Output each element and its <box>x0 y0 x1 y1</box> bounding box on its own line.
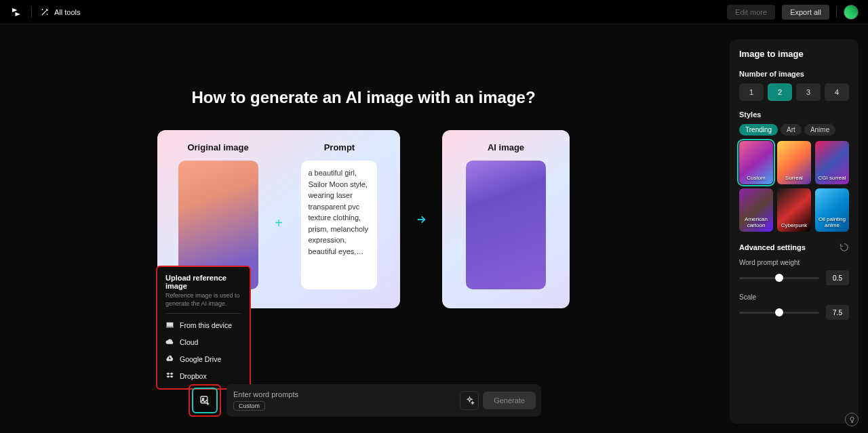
style-chip[interactable]: Custom <box>233 401 265 411</box>
export-all-button[interactable]: Export all <box>782 5 829 20</box>
ai-image-label: AI image <box>488 142 524 152</box>
style-tabs: Trending Art Anime <box>739 124 849 136</box>
upload-from-gdrive[interactable]: Google Drive <box>165 350 241 367</box>
upload-reference-popup: Upload reference image Reference image i… <box>156 266 251 390</box>
num-option-2[interactable]: 2 <box>768 83 792 101</box>
upload-item-label: Cloud <box>180 338 198 346</box>
style-tab-trending[interactable]: Trending <box>739 124 778 136</box>
style-tile-american[interactable]: American cartoon <box>739 188 773 232</box>
arrow-right-icon <box>414 213 429 226</box>
slider-thumb[interactable] <box>775 308 783 316</box>
output-card: AI image <box>442 130 570 308</box>
upload-from-cloud[interactable]: Cloud <box>165 333 241 350</box>
upload-image-highlight <box>189 384 221 417</box>
scale-value: 7.5 <box>826 305 849 320</box>
upload-popup-title: Upload reference image <box>165 274 241 290</box>
svg-rect-1 <box>166 327 174 328</box>
wand-icon <box>40 7 50 17</box>
upload-image-button[interactable] <box>192 388 218 413</box>
original-image-label: Original image <box>187 142 248 152</box>
help-button[interactable] <box>845 413 859 426</box>
plus-icon: + <box>275 215 283 231</box>
num-option-3[interactable]: 3 <box>796 83 821 101</box>
device-icon <box>165 321 174 329</box>
upload-item-label: Google Drive <box>180 355 221 363</box>
style-tile-surreal[interactable]: Surreal <box>777 141 811 184</box>
ai-image-thumb <box>466 161 546 289</box>
edit-more-button[interactable]: Edit more <box>727 5 775 20</box>
svg-rect-0 <box>167 323 174 327</box>
word-weight-label: Word prompt weight <box>739 259 849 266</box>
app-header: All tools Edit more Export all <box>0 0 868 24</box>
style-tab-anime[interactable]: Anime <box>804 124 835 136</box>
slider-thumb[interactable] <box>775 274 783 282</box>
main-area: How to generate an AI image with an imag… <box>0 24 727 433</box>
style-tile-cgi[interactable]: CGI surreal <box>815 141 849 184</box>
header-divider <box>31 7 32 18</box>
page-title: How to generate an AI image with an imag… <box>191 88 535 107</box>
word-weight-value: 0.5 <box>826 270 849 285</box>
styles-label: Styles <box>739 110 849 119</box>
panel-title: Image to image <box>739 49 849 59</box>
prompt-bar: Enter word prompts Custom Generate <box>226 384 541 417</box>
upload-item-label: From this device <box>180 321 232 329</box>
prompt-bar-area: Enter word prompts Custom Generate <box>189 382 541 419</box>
settings-panel: Image to image Number of images 1 2 3 4 … <box>730 39 859 424</box>
upload-from-device[interactable]: From this device <box>165 316 241 333</box>
num-option-4[interactable]: 4 <box>825 83 849 101</box>
advanced-settings-label: Advanced settings <box>739 243 806 251</box>
scale-label: Scale <box>739 293 849 301</box>
word-weight-slider[interactable] <box>739 277 819 279</box>
style-tab-art[interactable]: Art <box>781 124 802 136</box>
num-images-label: Number of images <box>739 70 849 78</box>
upload-item-label: Dropbox <box>180 372 207 380</box>
style-tile-cyber[interactable]: Cyberpunk <box>777 188 811 232</box>
user-avatar[interactable] <box>844 5 859 20</box>
style-tile-custom[interactable]: Custom <box>739 141 773 184</box>
reset-advanced-button[interactable] <box>840 243 849 252</box>
app-logo-icon[interactable] <box>9 5 23 19</box>
prompt-input[interactable]: Enter word prompts <box>233 390 460 398</box>
all-tools-button[interactable]: All tools <box>40 7 81 17</box>
upload-popup-sep <box>165 313 241 314</box>
dropbox-icon <box>165 371 174 380</box>
prompt-label: Prompt <box>324 142 355 152</box>
all-tools-label: All tools <box>54 8 81 16</box>
num-images-selector: 1 2 3 4 <box>739 83 849 101</box>
style-tile-oil[interactable]: Oil painting anime <box>815 188 849 232</box>
num-option-1[interactable]: 1 <box>739 83 764 101</box>
generate-button[interactable]: Generate <box>483 392 536 409</box>
cloud-icon <box>165 337 174 346</box>
scale-slider[interactable] <box>739 312 819 314</box>
gdrive-icon <box>165 354 174 363</box>
upload-popup-desc: Reference image is used to generate the … <box>165 292 241 308</box>
prompt-text: a beautiful girl, Sailor Moon style, wea… <box>301 161 377 289</box>
magic-prompt-button[interactable] <box>460 391 479 410</box>
style-grid: Custom Surreal CGI surreal American cart… <box>739 141 849 232</box>
header-divider-2 <box>836 7 837 18</box>
